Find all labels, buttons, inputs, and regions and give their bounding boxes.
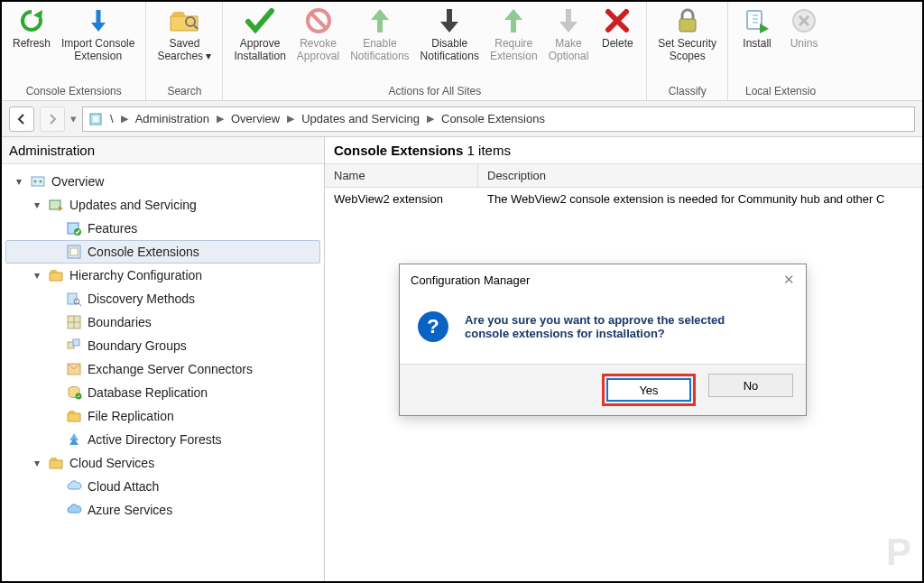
- sidebar-title: Administration: [2, 137, 324, 164]
- tree-item-label: Features: [88, 221, 137, 236]
- approve-installation-button[interactable]: Approve Installation: [228, 4, 291, 65]
- chevron-right-icon: ▶: [121, 113, 128, 125]
- svg-rect-7: [32, 177, 44, 186]
- delete-button[interactable]: Delete: [594, 4, 641, 52]
- tree-twisty-icon[interactable]: ▾: [32, 269, 42, 282]
- breadcrumb-bar: ▾ \ ▶ Administration ▶ Overview ▶ Update…: [2, 101, 922, 137]
- saved-searches-button[interactable]: Saved Searches ▾: [152, 4, 217, 65]
- tree-item-label: Database Replication: [88, 385, 208, 400]
- ad-forests-icon: [66, 431, 82, 448]
- refresh-label: Refresh: [13, 38, 51, 51]
- question-icon: ?: [418, 311, 448, 342]
- make-optional-button[interactable]: Make Optional: [543, 4, 595, 65]
- nav-back-button[interactable]: [9, 106, 34, 132]
- folder-search-icon: [169, 5, 199, 36]
- tree-item-discovery-methods[interactable]: Discovery Methods: [5, 287, 320, 310]
- tree-item-hierarchy-configuration[interactable]: ▾Hierarchy Configuration: [5, 264, 320, 287]
- features-icon: [66, 220, 82, 236]
- cell-name: WebView2 extension: [325, 190, 478, 208]
- disable-notifications-button[interactable]: Disable Notifications: [415, 4, 485, 65]
- tree-item-overview[interactable]: ▾Overview: [5, 170, 320, 193]
- tree-item-label: Boundary Groups: [88, 338, 187, 353]
- folder-icon: [48, 455, 64, 471]
- tree-item-label: Console Extensions: [88, 245, 199, 259]
- tree-twisty-icon[interactable]: ▾: [32, 199, 42, 211]
- revoke-icon: [303, 5, 334, 36]
- revoke-approval-button[interactable]: Revoke Approval: [291, 4, 345, 65]
- install-icon: [742, 5, 772, 36]
- confirmation-dialog: Configuration Manager ✕ ? Are you sure y…: [399, 264, 807, 416]
- saved-searches-label: Saved Searches ▾: [157, 38, 211, 63]
- tree-item-exchange-server-connectors[interactable]: Exchange Server Connectors: [5, 357, 320, 381]
- tree-item-cloud-attach[interactable]: Cloud Attach: [5, 475, 320, 498]
- watermark: P: [886, 531, 913, 574]
- tree-item-label: Hierarchy Configuration: [69, 268, 202, 282]
- crumb-console-ext[interactable]: Console Extensions: [438, 112, 549, 125]
- tree-twisty-icon[interactable]: ▾: [32, 457, 42, 469]
- col-description[interactable]: Description: [478, 164, 922, 187]
- nav-forward-button[interactable]: [40, 106, 65, 132]
- ribbon: Refresh Import Console Extension Console…: [2, 2, 922, 101]
- import-console-extension-button[interactable]: Import Console Extension: [56, 4, 140, 65]
- yes-button[interactable]: Yes: [606, 378, 691, 402]
- tree-item-label: Overview: [51, 174, 104, 189]
- import-icon: [83, 5, 114, 36]
- tree-item-active-directory-forests[interactable]: Active Directory Forests: [5, 428, 320, 451]
- tree-item-boundaries[interactable]: Boundaries: [5, 310, 320, 334]
- table-row[interactable]: WebView2 extension The WebView2 console …: [325, 188, 922, 210]
- svg-point-9: [40, 180, 42, 183]
- overview-icon: [30, 173, 46, 190]
- tree-item-console-extensions[interactable]: Console Extensions: [5, 240, 320, 264]
- file-repl-icon: [66, 408, 82, 424]
- list-count: 1 items: [467, 143, 511, 158]
- crumb-administration[interactable]: Administration: [132, 112, 213, 125]
- dialog-close-button[interactable]: ✕: [783, 272, 795, 288]
- require-extension-button[interactable]: Require Extension: [485, 4, 543, 65]
- ribbon-group-label: Classify: [652, 83, 722, 100]
- console-ext-icon: [66, 244, 82, 260]
- tree-item-label: Active Directory Forests: [88, 432, 222, 447]
- refresh-button[interactable]: Refresh: [7, 4, 56, 52]
- tree-item-features[interactable]: Features: [5, 217, 320, 240]
- dialog-message: Are you sure you want to approve the sel…: [465, 311, 753, 342]
- enable-notifications-button[interactable]: Enable Notifications: [345, 4, 414, 65]
- tree-item-updates-and-servicing[interactable]: ▾Updates and Servicing: [5, 193, 320, 217]
- ribbon-group-label: Local Extensio: [734, 83, 827, 100]
- col-name[interactable]: Name: [325, 164, 478, 187]
- cloud-attach-icon: [66, 478, 82, 495]
- updates-icon: [48, 197, 64, 213]
- tree-item-label: Cloud Services: [69, 456, 154, 470]
- check-icon: [245, 5, 275, 36]
- tree-item-azure-services[interactable]: Azure Services: [5, 498, 320, 522]
- tree-item-cloud-services[interactable]: ▾Cloud Services: [5, 451, 320, 475]
- svg-rect-6: [93, 116, 98, 122]
- sidebar: Administration ▾Overview▾Updates and Ser…: [2, 137, 325, 581]
- lock-icon: [672, 5, 703, 36]
- tree-twisty-icon[interactable]: ▾: [14, 175, 24, 188]
- ribbon-group-search: Saved Searches ▾ Search: [146, 2, 223, 100]
- crumb-updates[interactable]: Updates and Servicing: [298, 112, 423, 125]
- chevron-right-icon: ▶: [217, 113, 224, 125]
- chevron-right-icon: ▶: [427, 113, 434, 125]
- boundaries-icon: [66, 314, 82, 330]
- tree-item-boundary-groups[interactable]: Boundary Groups: [5, 334, 320, 357]
- tree-item-file-replication[interactable]: File Replication: [5, 404, 320, 428]
- arrow-down-grey-icon: [553, 5, 584, 36]
- tree-item-database-replication[interactable]: Database Replication: [5, 381, 320, 404]
- dialog-title: Configuration Manager: [411, 273, 530, 287]
- uninstall-button[interactable]: Unins: [781, 4, 827, 52]
- ribbon-group-classify: Set Security Scopes Classify: [647, 2, 728, 100]
- nav-tree: ▾Overview▾Updates and ServicingFeaturesC…: [2, 164, 324, 581]
- boundary-groups-icon: [66, 338, 82, 354]
- ribbon-group-label: Search: [152, 83, 217, 100]
- no-button[interactable]: No: [708, 374, 793, 397]
- install-button[interactable]: Install: [734, 4, 781, 52]
- discovery-icon: [66, 291, 82, 307]
- tree-item-label: Azure Services: [88, 503, 172, 517]
- ribbon-group-label: Actions for All Sites: [228, 83, 641, 100]
- crumb-root[interactable]: \: [106, 112, 117, 125]
- set-security-scopes-button[interactable]: Set Security Scopes: [652, 4, 722, 65]
- svg-rect-3: [747, 11, 762, 29]
- crumb-overview[interactable]: Overview: [227, 112, 283, 125]
- breadcrumb[interactable]: \ ▶ Administration ▶ Overview ▶ Updates …: [82, 106, 915, 132]
